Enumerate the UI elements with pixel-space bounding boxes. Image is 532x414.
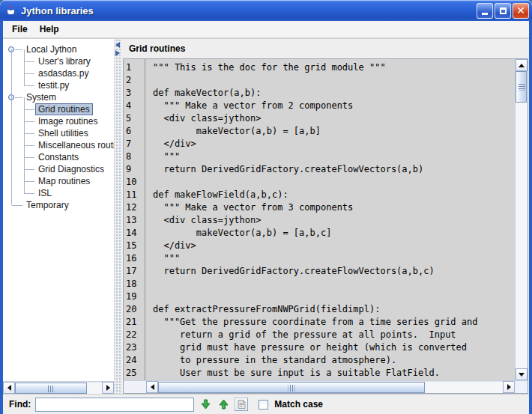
editor-hscroll-thumb[interactable] bbox=[158, 382, 425, 393]
tree-item-label: Miscellaneous routi bbox=[35, 139, 114, 151]
line-number: 1 bbox=[126, 61, 145, 74]
tree-guide-line bbox=[24, 145, 34, 146]
code-line: """ This is the doc for the grid module … bbox=[153, 61, 515, 74]
tree-item-isl[interactable]: ISL bbox=[3, 187, 114, 199]
tree-item-shell-utilities[interactable]: Shell utilities bbox=[3, 127, 114, 139]
scroll-right-button[interactable] bbox=[503, 381, 515, 393]
find-previous-button[interactable] bbox=[217, 398, 230, 411]
scroll-left-button[interactable] bbox=[3, 382, 15, 394]
line-number: 10 bbox=[126, 176, 145, 189]
line-number: 8 bbox=[126, 150, 145, 163]
code-line: def makeVector(a,b): bbox=[153, 87, 515, 100]
tree-item-label: Grid routines bbox=[35, 103, 93, 115]
line-number: 12 bbox=[126, 201, 145, 214]
tree-item-constants[interactable]: Constants bbox=[3, 151, 114, 163]
tree-item-user-s-library[interactable]: User's library bbox=[3, 55, 114, 67]
tree-guide-line bbox=[24, 181, 34, 182]
menu-file[interactable]: File bbox=[6, 22, 34, 37]
find-next-button[interactable] bbox=[199, 398, 212, 411]
library-tree[interactable]: Local JythonUser's libraryasdasdas.pytes… bbox=[3, 39, 114, 381]
line-number: 25 bbox=[126, 367, 145, 380]
tree-item-image-routines[interactable]: Image routines bbox=[3, 115, 114, 127]
code-line: """ Make a vector from 3 components bbox=[153, 201, 515, 214]
code-line: to pressure in the standard atmosphere). bbox=[153, 354, 515, 367]
tree-item-label: asdasdas.py bbox=[35, 67, 91, 79]
tree-item-miscellaneous-routi[interactable]: Miscellaneous routi bbox=[3, 139, 114, 151]
highlight-document-icon bbox=[237, 399, 247, 410]
code-line bbox=[153, 74, 515, 87]
tree-item-map-routines[interactable]: Map routines bbox=[3, 175, 114, 187]
scroll-right-button[interactable] bbox=[102, 382, 114, 394]
tree-item-grid-routines[interactable]: Grid routines bbox=[3, 103, 114, 115]
line-number: 6 bbox=[126, 125, 145, 138]
hscroll-spacer bbox=[124, 380, 146, 393]
tree-item-label: ISL bbox=[35, 187, 55, 199]
titlebar[interactable]: Jython libraries ✕ bbox=[0, 0, 532, 21]
editor-vscroll-track[interactable] bbox=[516, 71, 528, 368]
menu-help[interactable]: Help bbox=[34, 22, 65, 37]
line-number: 7 bbox=[126, 138, 145, 150]
line-number: 16 bbox=[126, 252, 145, 265]
code-area[interactable]: """ This is the doc for the grid module … bbox=[145, 59, 515, 380]
match-case-label: Match case bbox=[274, 399, 323, 410]
line-number: 4 bbox=[126, 100, 145, 112]
maximize-icon bbox=[500, 7, 507, 14]
tree-hscroll-thumb[interactable] bbox=[15, 383, 87, 394]
close-button[interactable]: ✕ bbox=[513, 3, 529, 19]
tree-hscroll-track[interactable] bbox=[15, 382, 102, 394]
code-line: def extractPressureFromNWPGrid(fieldimpl… bbox=[153, 303, 515, 316]
tree-item-grid-diagnostics[interactable]: Grid Diagnostics bbox=[3, 163, 114, 175]
tree-item-label: Image routines bbox=[35, 115, 100, 127]
tree-item-system[interactable]: System bbox=[3, 91, 114, 103]
code-line: """ Make a vector from 2 components bbox=[153, 100, 515, 112]
find-input[interactable] bbox=[35, 398, 194, 412]
close-icon: ✕ bbox=[516, 5, 525, 16]
maximize-button[interactable] bbox=[495, 3, 511, 19]
code-line: def makeFlowField(a,b,c): bbox=[153, 189, 515, 201]
green-down-arrow-icon bbox=[201, 399, 211, 410]
collapse-left-icon[interactable] bbox=[115, 42, 120, 48]
code-line: """Get the pressure coordinate from a ti… bbox=[153, 316, 515, 329]
editor-hscroll-track[interactable] bbox=[158, 381, 503, 393]
line-number: 15 bbox=[126, 240, 145, 252]
tree-guide-line bbox=[24, 97, 25, 193]
menubar: File Help bbox=[3, 21, 529, 38]
tree-item-asdasdas-py[interactable]: asdasdas.py bbox=[3, 67, 114, 79]
tree-guide-line bbox=[24, 193, 34, 194]
line-number: 20 bbox=[126, 303, 145, 316]
editor-horizontal-scrollbar[interactable] bbox=[146, 380, 515, 393]
highlight-all-button[interactable] bbox=[235, 398, 248, 411]
tree-guide-line bbox=[12, 205, 22, 206]
line-number: 5 bbox=[126, 112, 145, 125]
scroll-up-button[interactable] bbox=[516, 59, 528, 71]
line-number: 14 bbox=[126, 227, 145, 240]
tree-item-label: User's library bbox=[35, 55, 94, 67]
code-line: <div class=jython> bbox=[153, 214, 515, 227]
code-line: </div> bbox=[153, 240, 515, 252]
minimize-button[interactable] bbox=[477, 3, 493, 19]
code-line: makeVector(a,b) = [a,b,c] bbox=[153, 227, 515, 240]
line-number: 23 bbox=[126, 341, 145, 354]
line-number: 18 bbox=[126, 278, 145, 290]
editor-vertical-scrollbar[interactable] bbox=[515, 59, 528, 380]
split-divider[interactable] bbox=[114, 38, 122, 394]
scroll-left-button[interactable] bbox=[146, 381, 158, 393]
collapse-right-icon[interactable] bbox=[115, 50, 120, 56]
tree-item-local-jython[interactable]: Local Jython bbox=[3, 43, 114, 55]
tree-horizontal-scrollbar[interactable] bbox=[3, 381, 114, 394]
tree-item-label: testit.py bbox=[35, 79, 72, 91]
tree-guide-line bbox=[11, 49, 12, 205]
tree-guide-line bbox=[24, 157, 34, 158]
line-number: 13 bbox=[126, 214, 145, 227]
find-label: Find: bbox=[9, 399, 31, 410]
tree-item-temporary[interactable]: Temporary bbox=[3, 199, 114, 211]
editor-vscroll-thumb[interactable] bbox=[516, 71, 527, 103]
library-tree-panel: Local JythonUser's libraryasdasdas.pytes… bbox=[3, 38, 114, 394]
scroll-down-button[interactable] bbox=[516, 368, 528, 380]
line-number: 19 bbox=[126, 290, 145, 303]
match-case-checkbox[interactable] bbox=[259, 400, 268, 410]
tree-item-testit-py[interactable]: testit.py bbox=[3, 79, 114, 91]
green-up-arrow-icon bbox=[219, 399, 229, 410]
tree-guide-line bbox=[24, 169, 34, 170]
tree-guide-line bbox=[24, 109, 34, 110]
